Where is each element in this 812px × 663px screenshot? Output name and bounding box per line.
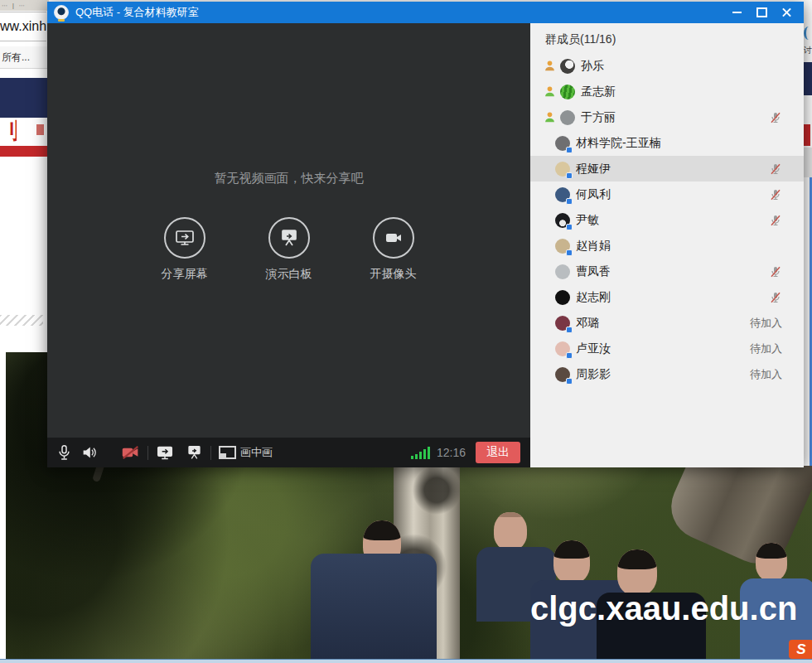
device-badge-icon	[566, 327, 573, 333]
camera-off-button[interactable]	[121, 445, 140, 460]
device-badge-icon	[566, 224, 573, 230]
mic-muted-icon[interactable]	[769, 214, 782, 227]
camera-on-icon	[373, 217, 414, 259]
maximize-button[interactable]	[749, 3, 774, 22]
member-row[interactable]: 邓璐 待加入	[530, 310, 804, 336]
member-name: 卢亚汝	[576, 341, 750, 356]
share-screen-button[interactable]: 分享屏幕	[162, 217, 208, 282]
member-row[interactable]: 孙乐	[530, 53, 804, 79]
photo-logo-fragment: S	[789, 640, 812, 659]
signal-strength-icon	[411, 447, 430, 459]
device-badge-icon	[566, 147, 573, 153]
member-row[interactable]: 曹凤香	[530, 259, 804, 284]
bookmarks-bar-fragment: 所有...	[0, 46, 49, 69]
browser-bottom-edge	[0, 659, 812, 663]
page-text-fragment: 讨	[804, 45, 812, 56]
whiteboard-icon	[268, 217, 310, 259]
member-name: 周影影	[576, 367, 750, 382]
photo-watermark: clgc.xaau.edu.cn	[530, 590, 797, 627]
member-name: 曹凤香	[576, 264, 769, 279]
mic-muted-icon[interactable]	[769, 291, 782, 304]
member-row[interactable]: 孟志新	[530, 79, 804, 104]
address-bar-fragment: ww.xinh	[0, 12, 46, 41]
member-row[interactable]: 尹敏	[530, 207, 804, 233]
person-head	[494, 512, 527, 550]
avatar	[555, 264, 570, 279]
members-header: 群成员(11/16)	[530, 23, 804, 53]
device-badge-icon	[566, 172, 573, 179]
member-name: 邓璐	[576, 316, 750, 331]
member-name: 材料学院-王亚楠	[576, 136, 782, 151]
qq-call-window: QQ电话 - 复合材料教研室 暂无视频画面，快来分享吧	[47, 2, 804, 467]
avatar	[560, 85, 575, 99]
in-call-status-icon	[544, 85, 556, 98]
avatar	[555, 213, 570, 228]
mic-muted-icon[interactable]	[769, 111, 782, 124]
member-name: 尹敏	[576, 213, 769, 228]
avatar	[555, 290, 570, 305]
camera-on-button[interactable]: 开摄像头	[370, 217, 417, 282]
mic-muted-icon[interactable]	[769, 162, 782, 176]
device-badge-icon	[566, 378, 573, 385]
page-navy-block	[804, 62, 812, 95]
member-row[interactable]: 于方丽	[530, 104, 804, 130]
video-column: 暂无视频画面，快来分享吧 分享屏幕	[47, 23, 530, 467]
logo-arc-fragment	[804, 27, 812, 40]
video-area: 暂无视频画面，快来分享吧 分享屏幕	[47, 23, 530, 438]
call-toolbar: 画中画 12:16 退出	[47, 438, 530, 467]
pip-layout-button[interactable]: 画中画	[219, 445, 273, 460]
page-navy-band	[0, 78, 47, 118]
whiteboard-button[interactable]: 演示白板	[266, 217, 312, 282]
webcam-icon	[54, 5, 69, 20]
avatar	[555, 239, 570, 254]
share-screen-label: 分享屏幕	[162, 267, 208, 282]
member-row[interactable]: 赵肖娟	[530, 233, 804, 259]
camera-on-label: 开摄像头	[370, 267, 417, 282]
avatar	[555, 367, 570, 382]
titlebar[interactable]: QQ电话 - 复合材料教研室	[47, 2, 804, 23]
pip-icon	[219, 446, 236, 459]
pending-join-label: 待加入	[750, 316, 782, 331]
members-panel: 群成员(11/16) 孙乐 孟志新	[530, 23, 804, 467]
person-head	[553, 540, 590, 583]
exit-call-button[interactable]: 退出	[476, 442, 520, 463]
call-duration: 12:16	[437, 446, 466, 459]
minimize-button[interactable]	[724, 3, 749, 22]
member-name: 程娅伊	[576, 162, 769, 177]
avatar	[555, 136, 570, 151]
microphone-button[interactable]	[57, 444, 71, 461]
whiteboard-label: 演示白板	[266, 267, 312, 282]
member-row-selected[interactable]: 程娅伊	[530, 156, 804, 181]
mic-muted-icon[interactable]	[769, 188, 782, 201]
member-row[interactable]: 卢亚汝 待加入	[530, 336, 804, 361]
member-row[interactable]: 周影影 待加入	[530, 361, 804, 387]
member-row[interactable]: 材料学院-王亚楠	[530, 130, 804, 156]
page-red-mark	[36, 124, 44, 135]
window-title: QQ电话 - 复合材料教研室	[75, 5, 724, 20]
close-button[interactable]	[774, 3, 799, 22]
speaker-button[interactable]	[81, 445, 98, 460]
avatar	[555, 316, 570, 331]
device-badge-icon	[566, 249, 573, 256]
member-name: 赵志刚	[576, 290, 769, 305]
member-row[interactable]: 何凤利	[530, 181, 804, 207]
mic-muted-icon[interactable]	[769, 265, 782, 278]
pending-join-label: 待加入	[750, 367, 782, 382]
avatar	[560, 110, 575, 125]
pending-join-label: 待加入	[750, 341, 782, 356]
no-video-hint: 暂无视频画面，快来分享吧	[47, 171, 530, 186]
toolbar-divider	[210, 446, 211, 460]
whiteboard-toolbar-button[interactable]	[186, 444, 203, 461]
in-call-status-icon	[544, 60, 556, 72]
member-name: 何凤利	[576, 187, 769, 202]
member-row[interactable]: 赵志刚	[530, 284, 804, 310]
share-screen-toolbar-button[interactable]	[156, 444, 174, 461]
avatar	[560, 59, 575, 74]
member-name: 孟志新	[581, 85, 782, 99]
avatar	[555, 187, 570, 202]
screen: ⋯ | ⋯ ww.xinh 所有... 刂	[0, 0, 812, 663]
browser-right-sliver: 讨	[804, 0, 812, 466]
page-red-band	[0, 146, 47, 157]
share-screen-icon	[164, 217, 205, 259]
page-hatched-strip	[0, 315, 43, 326]
